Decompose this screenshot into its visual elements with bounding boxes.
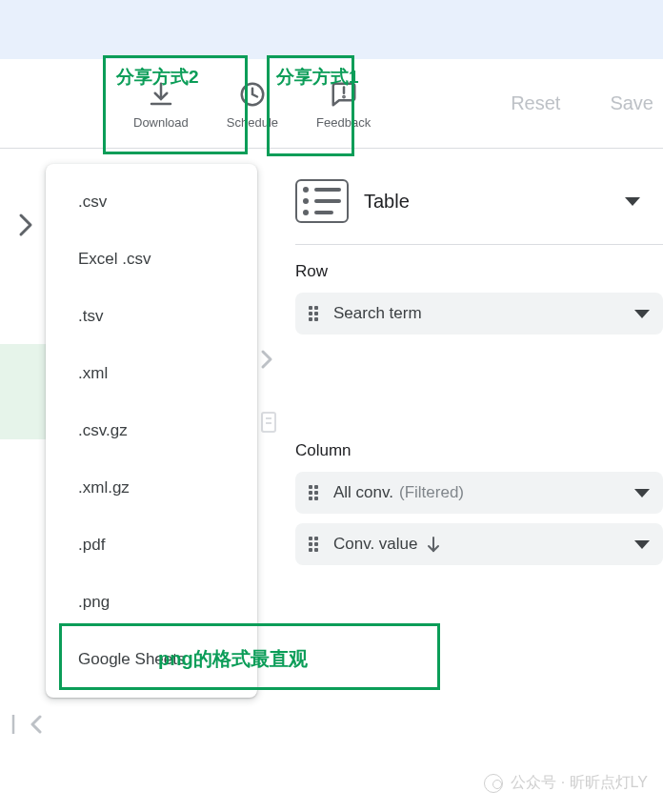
row-chip[interactable]: Search term [295,293,663,335]
schedule-button[interactable]: Schedule [208,68,297,139]
feedback-icon [330,77,358,112]
column-chip-1-label: All conv. [333,483,393,502]
menu-item-csv[interactable]: .csv [46,173,257,231]
column-chip-1-filtered: (Filtered) [399,483,464,502]
menu-item-excel-csv[interactable]: Excel .csv [46,231,257,288]
grip-icon [309,485,322,500]
download-button[interactable]: Download [114,68,208,139]
toolbar: Download Schedule Feedback Reset Save [0,59,663,149]
table-icon [295,179,349,223]
sort-descending-icon [426,536,441,553]
download-icon [147,77,175,112]
watermark-text: 公众号 · 昕昕点灯LY [511,773,648,793]
menu-item-csv-gz[interactable]: .csv.gz [46,402,257,459]
clock-icon [238,77,267,112]
menu-item-pdf[interactable]: .pdf [46,517,257,574]
schedule-label: Schedule [227,115,278,130]
chevron-down-icon [634,310,650,318]
menu-item-xml-gz[interactable]: .xml.gz [46,459,257,517]
column-section-label: Column [295,441,663,460]
menu-item-png[interactable]: .png [46,574,257,631]
column-chip-2-label: Conv. value [333,535,418,554]
top-banner [0,0,663,59]
download-label: Download [133,115,189,130]
menu-item-xml[interactable]: .xml [46,345,257,402]
column-chip-1[interactable]: All conv. (Filtered) [295,472,663,514]
chevron-down-icon [634,489,650,497]
svg-point-2 [343,96,344,97]
watermark: 公众号 · 昕昕点灯LY [484,773,648,793]
expand-icon[interactable] [17,212,34,238]
feedback-label: Feedback [316,115,371,130]
pagination-first[interactable] [11,713,44,736]
save-button[interactable]: Save [585,92,663,114]
viz-selector[interactable]: Table [295,168,663,245]
sidebar-config: Table Row Search term Column All conv. (… [280,149,663,575]
download-menu: .csv Excel .csv .tsv .xml .csv.gz .xml.g… [46,164,257,698]
menu-item-tsv[interactable]: .tsv [46,288,257,345]
left-rail [0,149,48,575]
feedback-button[interactable]: Feedback [297,68,390,139]
chevron-down-icon [634,540,650,549]
menu-item-google-sheets[interactable]: Google Sheets [46,631,257,688]
chevron-down-icon [625,197,640,206]
grip-icon [309,306,322,321]
collapse-icon[interactable] [260,349,273,370]
viz-label: Table [364,191,410,213]
wechat-icon [484,774,503,793]
grip-icon [309,537,322,552]
reset-button[interactable]: Reset [486,92,585,114]
column-chip-2[interactable]: Conv. value [295,523,663,565]
highlighted-rows [0,344,48,439]
row-section-label: Row [295,262,663,281]
sheet-icon [261,412,276,433]
row-chip-label: Search term [333,304,422,323]
